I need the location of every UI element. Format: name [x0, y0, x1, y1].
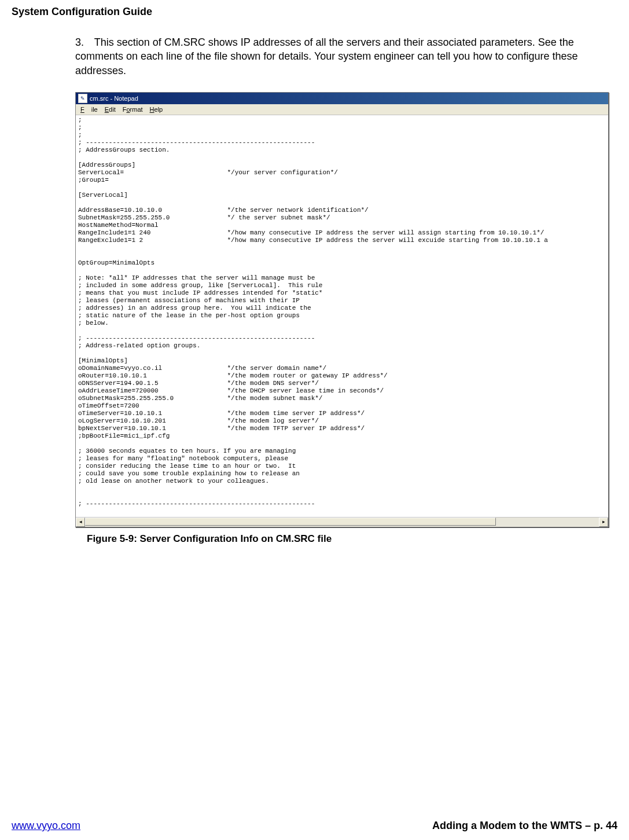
page-title: System Configuration Guide [12, 6, 617, 18]
notepad-icon: ✎ [78, 94, 87, 103]
notepad-window: ✎ cm.src - Notepad File Edit Format Help… [75, 92, 609, 527]
menu-help[interactable]: Help [146, 106, 167, 113]
scroll-right-icon[interactable]: ▸ [599, 518, 608, 527]
instruction-paragraph: 3. This section of CM.SRC shows IP addre… [75, 35, 583, 78]
figure-caption: Figure 5-9: Server Configuration Info on… [87, 533, 617, 545]
menu-format[interactable]: Format [119, 106, 146, 113]
scroll-track[interactable] [85, 518, 599, 527]
menu-bar: File Edit Format Help [76, 104, 608, 115]
window-title: cm.src - Notepad [90, 95, 138, 102]
list-number: 3. [75, 35, 91, 49]
text-editor-area[interactable]: ; ; ; ; --------------------------------… [76, 115, 608, 517]
window-titlebar: ✎ cm.src - Notepad [76, 93, 608, 104]
menu-edit[interactable]: Edit [101, 106, 119, 113]
scroll-thumb[interactable] [85, 518, 496, 526]
paragraph-text: This section of CM.SRC shows IP addresse… [75, 36, 578, 76]
menu-file[interactable]: File [77, 106, 101, 113]
horizontal-scrollbar[interactable]: ◂ ▸ [76, 517, 608, 527]
scroll-left-icon[interactable]: ◂ [76, 518, 85, 527]
